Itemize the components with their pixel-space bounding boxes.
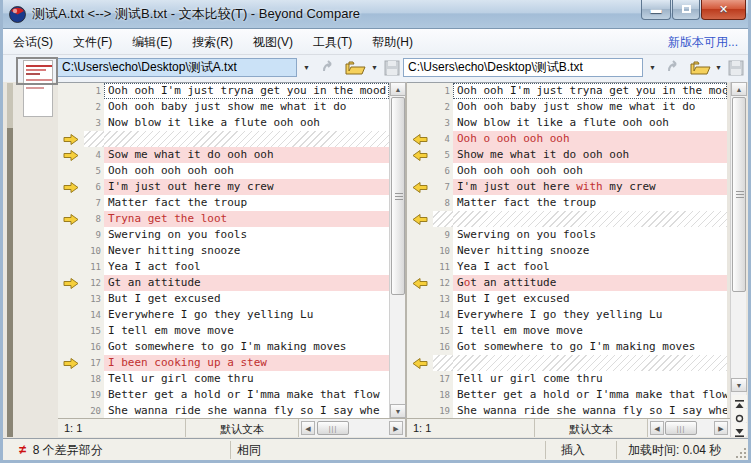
left-hscroll-thumb[interactable]: ||| bbox=[317, 421, 349, 435]
line-row[interactable]: 19She wanna ride she wanna fly so I say … bbox=[407, 403, 727, 418]
line-row[interactable]: 20She wanna ride she wanna fly so I say … bbox=[58, 403, 389, 418]
scroll-down-icon[interactable]: ▼ bbox=[390, 404, 406, 418]
right-save-icon[interactable] bbox=[727, 58, 745, 78]
line-row[interactable]: 2Ooh ooh baby just show me what it do bbox=[407, 99, 727, 115]
diff-arrow-left-icon[interactable] bbox=[407, 275, 433, 291]
line-row[interactable]: 16Got somewhere to go I'm making moves bbox=[407, 339, 727, 355]
scroll-left-icon[interactable]: ◀ bbox=[301, 421, 315, 435]
diff-arrow-left-icon[interactable] bbox=[407, 179, 433, 195]
line-row[interactable]: 14Everywhere I go they yelling Lu bbox=[58, 307, 389, 323]
line-row[interactable]: 17Tell ur girl come thru bbox=[407, 371, 727, 387]
line-row[interactable]: 9Swerving on you fools bbox=[58, 227, 389, 243]
right-path-input[interactable] bbox=[403, 58, 643, 77]
line-row[interactable]: 9Swerving on you fools bbox=[407, 227, 727, 243]
line-row[interactable]: 6Ooh ooh ooh ooh ooh bbox=[407, 163, 727, 179]
line-row[interactable]: 7I'm just out here with my crew bbox=[407, 179, 727, 195]
right-format-label[interactable]: 默认文本 bbox=[535, 419, 648, 437]
resize-grip[interactable] bbox=[736, 448, 746, 458]
line-row[interactable]: 1Ooh ooh I'm just tryna get you in the m… bbox=[407, 83, 727, 99]
line-row[interactable]: 18Tell ur girl come thru bbox=[58, 371, 389, 387]
left-path-input[interactable] bbox=[57, 58, 297, 77]
line-row[interactable]: 6I'm just out here my crew bbox=[58, 179, 389, 195]
menu-item-6[interactable]: 帮助(H) bbox=[362, 29, 423, 56]
line-row[interactable]: 2Ooh ooh baby just show me what it do bbox=[58, 99, 389, 115]
left-open-dropdown-icon[interactable]: ▼ bbox=[367, 59, 382, 77]
line-row[interactable]: 15I tell em move move bbox=[58, 323, 389, 339]
line-row[interactable]: 8Tryna get the loot bbox=[58, 211, 389, 227]
diff-arrow-left-icon[interactable] bbox=[407, 147, 433, 163]
right-path-dropdown-icon[interactable]: ▼ bbox=[645, 59, 660, 77]
menu-item-2[interactable]: 编辑(E) bbox=[122, 29, 182, 56]
new-version-link[interactable]: 新版本可用... bbox=[668, 34, 738, 51]
minimize-button[interactable]: ▬ bbox=[641, 0, 671, 20]
left-scroll-thumb[interactable] bbox=[391, 97, 405, 295]
diff-arrow-right-icon[interactable] bbox=[58, 131, 84, 147]
diff-arrow-right-icon[interactable] bbox=[58, 275, 84, 291]
line-row[interactable]: 11Yea I act fool bbox=[58, 259, 389, 275]
line-row[interactable]: 13But I get excused bbox=[58, 291, 389, 307]
scroll-right-icon[interactable]: ▶ bbox=[389, 421, 403, 435]
line-row[interactable]: 1Ooh ooh I'm just tryna get you in the m… bbox=[58, 83, 389, 99]
menu-item-0[interactable]: 会话(S) bbox=[3, 29, 63, 56]
diff-arrow-left-icon[interactable] bbox=[407, 131, 433, 147]
line-row[interactable]: 14Everywhere I go they yelling Lu bbox=[407, 307, 727, 323]
diff-arrow-right-icon[interactable] bbox=[58, 355, 84, 371]
right-vertical-scrollbar[interactable]: ▲ ▼ bbox=[730, 82, 746, 437]
line-row[interactable]: 10Never hitting snooze bbox=[58, 243, 389, 259]
line-row[interactable]: 8Matter fact the troup bbox=[407, 195, 727, 211]
right-open-folder-icon[interactable] bbox=[689, 58, 711, 78]
left-recompare-icon[interactable] bbox=[320, 58, 338, 78]
close-button[interactable]: ✕ bbox=[701, 0, 746, 20]
scroll-right-icon[interactable]: ▶ bbox=[714, 421, 728, 435]
line-row[interactable]: 13But I get excused bbox=[407, 291, 727, 307]
right-recompare-icon[interactable] bbox=[665, 58, 683, 78]
line-row[interactable]: 3Now blow it like a flute ooh ooh bbox=[407, 115, 727, 131]
left-save-icon[interactable] bbox=[383, 58, 401, 78]
left-horizontal-scrollbar[interactable]: ◀ ||| ▶ bbox=[299, 419, 405, 437]
left-vertical-scrollbar[interactable]: ▲ ▼ bbox=[389, 82, 405, 418]
title-bar[interactable]: 测试A.txt <--> 测试B.txt - 文本比较(T) - Beyond … bbox=[0, 0, 751, 29]
maximize-button[interactable] bbox=[672, 0, 700, 20]
menu-item-3[interactable]: 搜索(R) bbox=[182, 29, 243, 56]
scroll-down-icon[interactable]: ▼ bbox=[731, 378, 747, 392]
center-diff-button[interactable] bbox=[732, 409, 747, 422]
line-row[interactable]: 10Never hitting snooze bbox=[407, 243, 727, 259]
line-row[interactable]: 16Got somewhere to go I'm making moves bbox=[58, 339, 389, 355]
gap-row[interactable] bbox=[58, 131, 389, 147]
line-row[interactable]: 7Matter fact the troup bbox=[58, 195, 389, 211]
line-row[interactable]: 4Ooh o ooh ooh ooh bbox=[407, 131, 727, 147]
diff-arrow-left-icon[interactable] bbox=[407, 355, 433, 371]
diff-arrow-left-icon[interactable] bbox=[407, 211, 433, 227]
line-row[interactable]: 11Yea I act fool bbox=[407, 259, 727, 275]
line-row[interactable]: 3Now blow it like a flute ooh ooh bbox=[58, 115, 389, 131]
line-row[interactable]: 12Gt an attitude bbox=[58, 275, 389, 291]
thumbnail-viewport[interactable] bbox=[16, 57, 58, 85]
menu-item-5[interactable]: 工具(T) bbox=[303, 29, 362, 56]
diff-arrow-right-icon[interactable] bbox=[58, 179, 84, 195]
prev-diff-button[interactable] bbox=[732, 395, 747, 408]
gap-row[interactable] bbox=[407, 355, 727, 371]
left-format-label[interactable]: 默认文本 bbox=[186, 419, 299, 437]
line-row[interactable]: 19Better get a hold or I'mma make that f… bbox=[58, 387, 389, 403]
thumbnail-strip[interactable] bbox=[7, 83, 13, 128]
right-hscroll-thumb[interactable]: ||| bbox=[665, 421, 697, 435]
line-row[interactable]: 4Sow me what it do ooh ooh bbox=[58, 147, 389, 163]
gap-row[interactable] bbox=[407, 211, 727, 227]
scroll-left-icon[interactable]: ◀ bbox=[650, 421, 664, 435]
right-scroll-thumb[interactable] bbox=[732, 97, 746, 292]
menu-item-4[interactable]: 视图(V) bbox=[243, 29, 303, 56]
line-row[interactable]: 17I been cooking up a stew bbox=[58, 355, 389, 371]
right-open-dropdown-icon[interactable]: ▼ bbox=[711, 59, 726, 77]
diff-arrow-right-icon[interactable] bbox=[58, 147, 84, 163]
line-row[interactable]: 5Show me what it do ooh ooh bbox=[407, 147, 727, 163]
line-row[interactable]: 18Better get a hold or I'mma make that f… bbox=[407, 387, 727, 403]
scroll-up-icon[interactable]: ▲ bbox=[731, 82, 747, 96]
line-row[interactable]: 15I tell em move move bbox=[407, 323, 727, 339]
right-horizontal-scrollbar[interactable]: ◀ ||| ▶ bbox=[648, 419, 730, 437]
next-diff-button[interactable] bbox=[732, 423, 747, 436]
scroll-up-icon[interactable]: ▲ bbox=[390, 82, 406, 96]
diff-arrow-right-icon[interactable] bbox=[58, 211, 84, 227]
line-row[interactable]: 12Got an attitude bbox=[407, 275, 727, 291]
left-path-dropdown-icon[interactable]: ▼ bbox=[299, 59, 314, 77]
left-open-folder-icon[interactable] bbox=[344, 58, 366, 78]
